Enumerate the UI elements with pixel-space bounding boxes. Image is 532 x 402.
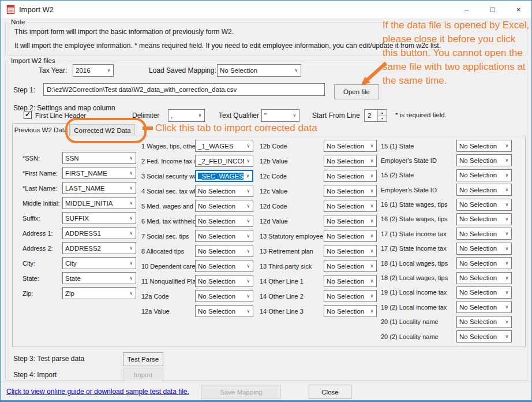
- mapping-row: 8 Allocated tips No Selection: [141, 245, 253, 257]
- field-combobox[interactable]: No Selection: [195, 230, 253, 242]
- field-label: 16 (2) State wages, tips: [381, 215, 456, 222]
- delimiter-combobox[interactable]: ,: [168, 109, 205, 122]
- text-qualifier-combobox[interactable]: ": [261, 109, 299, 122]
- mapping-row: *Last Name: LAST_NAME: [23, 182, 136, 194]
- load-saved-mapping-combobox[interactable]: No Selection: [217, 64, 301, 77]
- field-combobox[interactable]: SSN: [62, 152, 136, 164]
- mapping-row: 18 (2) Local wages, tips No Selection: [381, 272, 512, 284]
- checkmark-icon: [25, 111, 31, 118]
- field-combobox[interactable]: _2_FED_INCOM: [195, 155, 253, 167]
- field-combobox[interactable]: No Selection: [456, 169, 512, 181]
- mapping-row: 4 Social sec. tax whld No Selection: [141, 185, 253, 197]
- tab-previous-w2-data[interactable]: Previous W2 Data: [12, 123, 70, 136]
- mapping-row: 13 Retirement plan No Selection: [260, 245, 377, 257]
- minimize-button[interactable]: –: [454, 1, 479, 18]
- field-combobox[interactable]: SUFFIX: [62, 212, 136, 224]
- chevron-down-icon: [292, 65, 301, 76]
- field-combobox[interactable]: ADDRESS2: [62, 242, 136, 254]
- chevron-down-icon: [368, 185, 376, 197]
- field-combobox[interactable]: No Selection: [456, 199, 512, 211]
- mapping-row: 14 Other Line 3 No Selection: [260, 305, 377, 317]
- open-file-button[interactable]: Open file: [334, 84, 379, 99]
- field-combobox[interactable]: No Selection: [456, 316, 512, 328]
- field-combobox[interactable]: No Selection: [456, 286, 512, 299]
- field-combobox[interactable]: No Selection: [456, 140, 512, 152]
- field-combobox[interactable]: MIDDLE_INITIA: [62, 197, 136, 209]
- field-label: 12c Code: [260, 173, 324, 180]
- field-combobox[interactable]: LAST_NAME: [62, 182, 136, 194]
- field-combobox[interactable]: State: [62, 272, 136, 284]
- field-label: 13 Third-party sick: [260, 263, 324, 270]
- chevron-down-icon: [368, 230, 376, 242]
- field-label: 6 Med. tax withheld: [141, 218, 195, 225]
- field-combobox[interactable]: No Selection: [195, 185, 253, 197]
- field-combobox[interactable]: No Selection: [195, 215, 253, 227]
- chevron-down-icon: [244, 155, 253, 167]
- mapping-row: 12c Code No Selection: [260, 170, 377, 182]
- field-combobox[interactable]: _1_WAGES: [195, 140, 253, 152]
- mapping-row: Middle Initial: MIDDLE_INITIA: [23, 197, 136, 209]
- field-combobox[interactable]: No Selection: [456, 257, 512, 269]
- import-button[interactable]: Import: [123, 368, 163, 381]
- import-w2-dialog: Import W2 – □ × Note This import form wi…: [0, 0, 532, 402]
- file-path-input[interactable]: D:\ezW2Correction\Test data\W2_data_with…: [43, 83, 325, 96]
- field-combobox[interactable]: No Selection: [195, 200, 253, 212]
- field-combobox[interactable]: No Selection: [324, 215, 377, 227]
- field-combobox[interactable]: No Selection: [456, 213, 512, 225]
- field-combobox[interactable]: Zip: [62, 287, 136, 299]
- field-combobox[interactable]: No Selection: [456, 272, 512, 284]
- chevron-down-icon: [368, 275, 376, 287]
- close-window-button[interactable]: ×: [505, 1, 531, 18]
- field-combobox[interactable]: No Selection: [324, 200, 377, 212]
- chevron-down-icon: [503, 154, 511, 166]
- tax-year-combobox[interactable]: 2016: [73, 64, 114, 77]
- field-combobox[interactable]: _SEC_WAGES: [195, 170, 253, 182]
- test-parse-button[interactable]: Test Parse: [123, 352, 163, 366]
- field-label: Zip:: [23, 290, 62, 297]
- field-combobox[interactable]: No Selection: [195, 290, 253, 302]
- field-combobox[interactable]: No Selection: [324, 305, 377, 317]
- online-guide-link[interactable]: Click to view online guide or download s…: [6, 388, 189, 396]
- field-combobox[interactable]: No Selection: [324, 170, 377, 182]
- field-combobox[interactable]: No Selection: [195, 305, 253, 317]
- chevron-down-icon: [127, 167, 136, 179]
- spin-up-icon[interactable]: ▲: [378, 110, 387, 116]
- field-combobox[interactable]: No Selection: [324, 140, 377, 152]
- field-combobox[interactable]: No Selection: [456, 228, 512, 240]
- chevron-down-icon: [244, 245, 253, 257]
- field-combobox[interactable]: No Selection: [456, 243, 512, 255]
- field-combobox[interactable]: No Selection: [195, 260, 253, 272]
- field-combobox[interactable]: No Selection: [324, 260, 377, 272]
- field-combobox[interactable]: No Selection: [456, 154, 512, 166]
- field-combobox[interactable]: No Selection: [324, 290, 377, 302]
- field-combobox[interactable]: No Selection: [195, 275, 253, 287]
- start-from-line-value: 2: [365, 110, 377, 121]
- field-label: 18 (1) Local wages, tips: [381, 260, 456, 267]
- field-combobox[interactable]: City: [62, 257, 136, 269]
- field-combobox[interactable]: FIRST_NAME: [62, 167, 136, 179]
- field-combobox[interactable]: No Selection: [324, 275, 377, 287]
- field-combobox[interactable]: No Selection: [324, 155, 377, 167]
- mapping-row: 5 Med. wages and tips No Selection: [141, 200, 253, 212]
- state-local-fields-column: 15 (1) State No Selection Employer's Sta…: [381, 140, 512, 345]
- field-combobox[interactable]: No Selection: [456, 330, 512, 343]
- save-mapping-button[interactable]: Save Mapping: [201, 385, 281, 399]
- field-combobox[interactable]: ADDRESS1: [62, 227, 136, 239]
- field-combobox[interactable]: No Selection: [324, 230, 377, 242]
- maximize-button[interactable]: □: [479, 1, 505, 18]
- tab-corrected-w2-data[interactable]: Corrected W2 Data: [70, 124, 135, 136]
- field-label: 11 Nonqualified Plans: [141, 278, 195, 285]
- tab-label: Previous W2 Data: [14, 126, 68, 133]
- close-button[interactable]: Close: [309, 385, 351, 399]
- chevron-down-icon: [244, 260, 253, 272]
- field-combobox[interactable]: No Selection: [324, 185, 377, 197]
- field-combobox[interactable]: No Selection: [195, 245, 253, 257]
- chevron-down-icon: [244, 290, 253, 302]
- field-combobox[interactable]: No Selection: [324, 245, 377, 257]
- field-combobox[interactable]: No Selection: [456, 301, 512, 313]
- field-combobox[interactable]: No Selection: [456, 184, 512, 196]
- first-line-header-checkbox[interactable]: [24, 111, 32, 119]
- note-line-2: It will import the employee information.…: [14, 42, 441, 50]
- start-from-line-stepper[interactable]: 2 ▲ ▼: [364, 109, 387, 122]
- spin-down-icon[interactable]: ▼: [378, 116, 387, 122]
